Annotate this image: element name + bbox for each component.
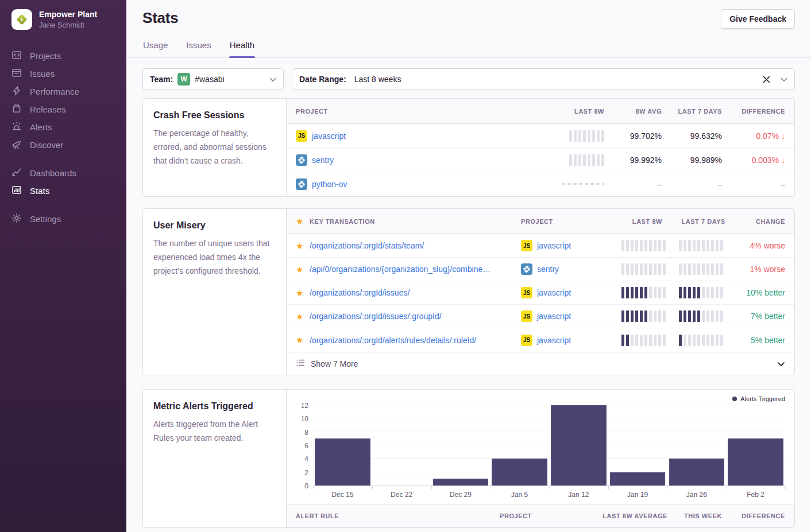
y-tick-label: 4 (304, 455, 308, 463)
chart-bar[interactable] (492, 459, 547, 486)
chart-bar[interactable] (728, 438, 783, 486)
give-feedback-button[interactable]: Give Feedback (721, 9, 795, 29)
last7-value: – (717, 180, 722, 189)
sidebar-item-dashboards[interactable]: Dashboards (0, 164, 126, 182)
date-range-value: Last 8 weeks (354, 75, 401, 84)
chart-bar[interactable] (551, 405, 607, 486)
issues-icon (11, 68, 22, 80)
panel-title: Crash Free Sessions (153, 110, 276, 121)
org-switcher[interactable]: Empower Plant Jane Schmidt (0, 0, 126, 36)
transaction-link[interactable]: /organizations/:orgId/issues/:groupId/ (310, 312, 442, 321)
chart-legend-item[interactable]: Alerts Triggered (732, 395, 785, 402)
team-select-value: #wasabi (195, 75, 224, 84)
tab-health[interactable]: Health (229, 40, 255, 57)
project-link[interactable]: javascript (537, 241, 571, 250)
difference-value: – (781, 180, 785, 189)
sidebar-item-alerts[interactable]: Alerts (0, 118, 126, 136)
org-logo (11, 9, 32, 30)
crash-free-sessions-panel: Crash Free Sessions The percentage of he… (142, 98, 795, 197)
project-link[interactable]: javascript (537, 312, 571, 321)
chart-bars (313, 406, 785, 486)
page-title: Stats (142, 9, 179, 27)
sidebar-item-performance[interactable]: Performance (0, 83, 126, 100)
chevron-down-icon (777, 359, 785, 368)
y-tick-label: 2 (304, 469, 308, 477)
sparkline (679, 335, 728, 346)
key-transaction-star-icon[interactable]: ★ (296, 289, 310, 297)
javascript-platform-icon: JS (521, 240, 532, 251)
panel-title: Metric Alerts Triggered (153, 401, 276, 411)
x-axis-label: Dec 15 (313, 491, 372, 499)
sidebar-item-label: Discover (30, 140, 63, 150)
transaction-link[interactable]: /organizations/:orgId/alerts/rules/detai… (310, 336, 476, 345)
transaction-link[interactable]: /organizations/:orgId/issues/ (310, 288, 410, 297)
sidebar-item-settings[interactable]: Settings (0, 210, 126, 228)
sidebar-item-issues[interactable]: Issues (0, 65, 126, 83)
show-more-row[interactable]: Show 7 More (287, 352, 794, 375)
sidebar-item-releases[interactable]: Releases (0, 100, 126, 118)
column-header-last8w: LAST 8W (574, 108, 604, 115)
team-select[interactable]: Team: W #wasabi (142, 68, 284, 90)
key-transaction-star-icon[interactable]: ★ (296, 312, 310, 321)
change-value: 10% better (746, 288, 785, 297)
empower-plant-logo-icon (15, 13, 29, 26)
key-transaction-star-icon[interactable]: ★ (296, 336, 310, 344)
y-tick-label: 6 (304, 442, 308, 450)
chart-bar[interactable] (315, 438, 370, 486)
project-link[interactable]: python-ov (312, 180, 347, 189)
sparkline (679, 287, 728, 298)
x-axis-label: Dec 29 (431, 491, 491, 499)
org-user: Jane Schmidt (39, 21, 97, 29)
legend-dot-icon (732, 397, 737, 401)
project-link[interactable]: javascript (312, 131, 346, 141)
javascript-platform-icon: JS (521, 287, 532, 298)
project-link[interactable]: sentry (537, 265, 559, 274)
transaction-link[interactable]: /organizations/:orgId/stats/team/ (310, 241, 424, 250)
key-transaction-star-icon[interactable]: ★ (296, 265, 310, 274)
org-name: Empower Plant (39, 10, 97, 20)
project-link[interactable]: javascript (537, 336, 571, 345)
x-axis-label: Jan 19 (608, 491, 667, 499)
column-header-this-week: THIS WEEK (684, 512, 722, 519)
tab-issues[interactable]: Issues (186, 40, 211, 57)
python-platform-icon (296, 178, 307, 190)
show-more-label: Show 7 More (311, 359, 358, 368)
team-avatar: W (177, 73, 190, 86)
transaction-link[interactable]: /api/0/organizations/{organization_slug}… (310, 265, 491, 274)
y-tick-label: 12 (301, 402, 308, 410)
table-row: JSjavascript 99.702% 99.632% 0.07% ↓ (287, 124, 794, 148)
python-platform-icon (296, 154, 307, 166)
sparkline (679, 310, 728, 322)
nav-group-divider (0, 154, 126, 164)
python-platform-icon (521, 263, 532, 275)
column-header-alert-rule: ALERT RULE (296, 512, 500, 519)
date-range-select[interactable]: Date Range: Last 8 weeks (292, 68, 795, 90)
y-tick-label: 0 (304, 482, 308, 490)
arrow-down-icon: ↓ (781, 131, 785, 141)
sidebar-item-discover[interactable]: Discover (0, 136, 126, 154)
project-link[interactable]: javascript (537, 288, 571, 297)
tab-usage[interactable]: Usage (142, 40, 168, 57)
panel-title: User Misery (153, 220, 276, 231)
crash-free-table-header: PROJECT LAST 8W 8W AVG LAST 7 DAYS DIFFE… (287, 99, 794, 124)
chart-bar[interactable] (669, 459, 725, 486)
chart-bar[interactable] (610, 472, 666, 486)
project-link[interactable]: sentry (312, 156, 334, 165)
x-axis-label: Jan 5 (490, 491, 549, 499)
chart-bar[interactable] (433, 479, 489, 486)
avg-value: – (657, 180, 662, 189)
panel-description: Alerts triggered from the Alert Rules yo… (153, 417, 276, 445)
clear-date-icon[interactable] (762, 75, 771, 84)
column-header-8w-avg: 8W AVG (636, 108, 662, 115)
column-header-key-transaction: KEY TRANSACTION (310, 218, 521, 225)
sparkline (569, 130, 604, 142)
x-axis-label: Jan 12 (549, 491, 608, 499)
key-transaction-star-icon[interactable]: ★ (296, 242, 310, 250)
table-row: ★ /organizations/:orgId/issues/ JSjavasc… (287, 281, 794, 305)
sparkline (621, 263, 670, 275)
column-header-last8w: LAST 8W (632, 218, 670, 225)
sidebar-item-stats[interactable]: Stats (0, 182, 126, 200)
sidebar-item-projects[interactable]: Projects (0, 47, 126, 65)
x-axis-label: Feb 2 (726, 491, 785, 499)
javascript-platform-icon: JS (521, 335, 532, 346)
